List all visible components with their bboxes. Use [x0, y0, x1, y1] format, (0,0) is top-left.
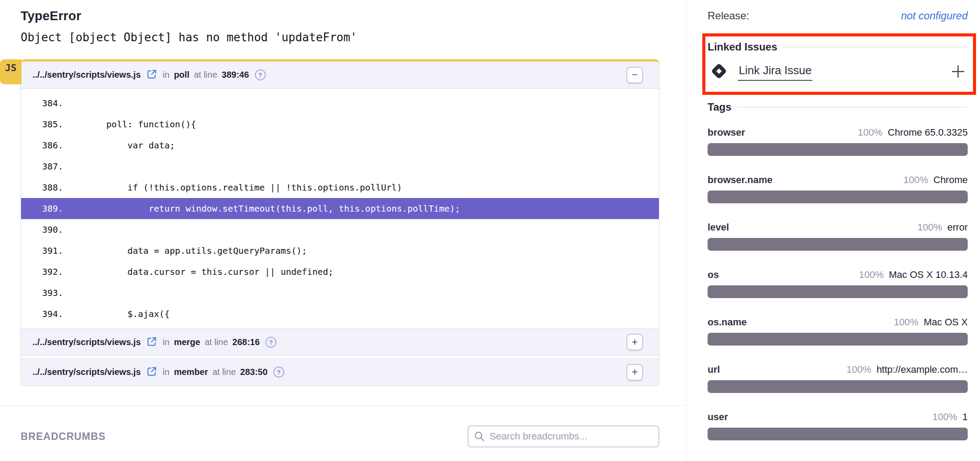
tag-row-labels: os.name 100% Mac OS X: [708, 317, 968, 328]
frame-line-number: 268:16: [232, 337, 260, 347]
frame-function-name: poll: [174, 70, 190, 80]
stack-frame-header[interactable]: ../../sentry/scripts/views.js in member …: [21, 358, 659, 385]
code-line: 393.: [21, 282, 659, 303]
line-number: 393.: [21, 288, 64, 298]
tag-value[interactable]: http://example.com…: [876, 364, 968, 375]
breadcrumbs-section: BREADCRUMBS: [21, 425, 659, 447]
tag-row-labels: user 100% 1: [708, 411, 968, 423]
frame-connector-label: in: [163, 337, 170, 347]
tag-percent: 100%: [859, 269, 883, 281]
code-line: 385. poll: function(){: [21, 114, 659, 135]
tag-value[interactable]: 1: [962, 411, 968, 423]
help-icon[interactable]: ?: [273, 367, 284, 378]
frame-at-line-label: at line: [194, 70, 217, 80]
tag-row-labels: level 100% error: [708, 222, 968, 233]
tags-title: Tags: [708, 101, 731, 113]
help-icon[interactable]: ?: [255, 69, 266, 80]
line-number: 392.: [21, 267, 64, 277]
code-text: return window.setTimeout(this.poll, this…: [64, 203, 460, 214]
breadcrumbs-search: [468, 425, 659, 447]
tag-percent: 100%: [858, 127, 882, 138]
tag-value[interactable]: Chrome: [934, 174, 968, 186]
tags-header: Tags: [708, 101, 968, 113]
line-number: 388.: [21, 182, 64, 193]
source-code-context: 384.385. poll: function(){386. var data;…: [21, 89, 659, 328]
frame-connector-label: in: [163, 367, 170, 377]
plus-icon: [950, 64, 966, 79]
external-link-icon[interactable]: [146, 366, 157, 379]
help-icon[interactable]: ?: [265, 337, 276, 348]
line-number: 394.: [21, 309, 64, 319]
code-line: 384.: [21, 93, 659, 114]
line-number: 391.: [21, 245, 64, 256]
tag-value[interactable]: Mac OS X: [924, 317, 968, 328]
line-number: 386.: [21, 140, 64, 151]
line-number: 384.: [21, 98, 64, 108]
code-line: 388. if (!this.options.realtime || !this…: [21, 177, 659, 198]
code-text: var data;: [64, 140, 175, 151]
search-breadcrumbs-input[interactable]: [468, 425, 659, 447]
tag-row: os.name 100% Mac OS X: [708, 317, 968, 346]
code-line: 387.: [21, 156, 659, 177]
release-label: Release:: [708, 10, 749, 22]
collapse-frame-button[interactable]: −: [626, 67, 643, 83]
tag-distribution-bar[interactable]: [708, 238, 968, 251]
issue-detail-main: TypeError Object [object Object] has no …: [0, 0, 686, 461]
release-row: Release: not configured: [708, 10, 968, 22]
release-not-configured-link[interactable]: not configured: [901, 10, 968, 22]
tag-value[interactable]: Mac OS X 10.13.4: [889, 269, 968, 281]
tag-row-labels: os 100% Mac OS X 10.13.4: [708, 269, 968, 281]
stack-trace-box: ../../sentry/scripts/views.js in poll at…: [21, 59, 659, 386]
tag-value[interactable]: error: [948, 222, 968, 233]
frame-file-path: ../../sentry/scripts/views.js: [32, 70, 141, 80]
frame-function-name: merge: [174, 337, 200, 347]
tag-value[interactable]: Chrome 65.0.3325: [888, 127, 968, 138]
code-text: if (!this.options.realtime || !this.opti…: [64, 182, 402, 193]
tag-row: url 100% http://example.com…: [708, 364, 968, 393]
frame-file-path: ../../sentry/scripts/views.js: [32, 337, 141, 347]
code-line: 389. return window.setTimeout(this.poll,…: [21, 198, 659, 219]
code-text: $.ajax({: [64, 309, 170, 319]
stack-frame-header[interactable]: ../../sentry/scripts/views.js in merge a…: [21, 328, 659, 356]
external-link-icon[interactable]: [146, 336, 157, 349]
external-link-icon[interactable]: [146, 68, 157, 82]
tag-key[interactable]: level: [708, 222, 729, 233]
tag-key[interactable]: browser.name: [708, 174, 773, 186]
tag-distribution-bar[interactable]: [708, 143, 968, 156]
line-number: 390.: [21, 224, 64, 235]
tag-row-labels: url 100% http://example.com…: [708, 364, 968, 375]
tag-row: browser.name 100% Chrome: [708, 174, 968, 203]
link-jira-issue-link[interactable]: Link Jira Issue: [738, 64, 812, 81]
issue-sidebar: Release: not configured Linked Issues Li…: [686, 0, 980, 461]
add-linked-issue-button[interactable]: [950, 64, 966, 81]
header-rule: [783, 47, 967, 47]
tag-row-labels: browser.name 100% Chrome: [708, 174, 968, 186]
tag-key[interactable]: browser: [708, 127, 745, 138]
tag-distribution-bar[interactable]: [708, 191, 968, 203]
tag-key[interactable]: url: [708, 364, 720, 375]
jira-icon: [708, 60, 730, 84]
tag-percent: 100%: [903, 174, 928, 186]
section-divider: [0, 405, 686, 406]
tag-distribution-bar[interactable]: [708, 333, 968, 346]
tag-key[interactable]: os.name: [708, 317, 747, 328]
stack-frame-header[interactable]: ../../sentry/scripts/views.js in poll at…: [21, 61, 659, 89]
tag-distribution-bar[interactable]: [708, 380, 968, 393]
code-line: 390.: [21, 219, 659, 240]
line-number: 389.: [21, 203, 64, 214]
tag-percent: 100%: [847, 364, 871, 375]
search-icon: [473, 430, 485, 444]
tag-row: browser 100% Chrome 65.0.3325: [708, 127, 968, 156]
code-line: 392. data.cursor = this.cursor || undefi…: [21, 261, 659, 282]
tag-percent: 100%: [894, 317, 918, 328]
frame-function-name: member: [174, 367, 208, 377]
expand-frame-button[interactable]: +: [626, 334, 643, 350]
tag-percent: 100%: [917, 222, 942, 233]
tag-key[interactable]: user: [708, 411, 728, 423]
tag-key[interactable]: os: [708, 269, 719, 281]
expand-frame-button[interactable]: +: [626, 364, 643, 381]
stack-trace-section: JS ../../sentry/scripts/views.js in poll…: [21, 59, 659, 386]
tag-row-labels: browser 100% Chrome 65.0.3325: [708, 127, 968, 138]
tag-distribution-bar[interactable]: [708, 428, 968, 440]
tag-distribution-bar[interactable]: [708, 285, 968, 298]
